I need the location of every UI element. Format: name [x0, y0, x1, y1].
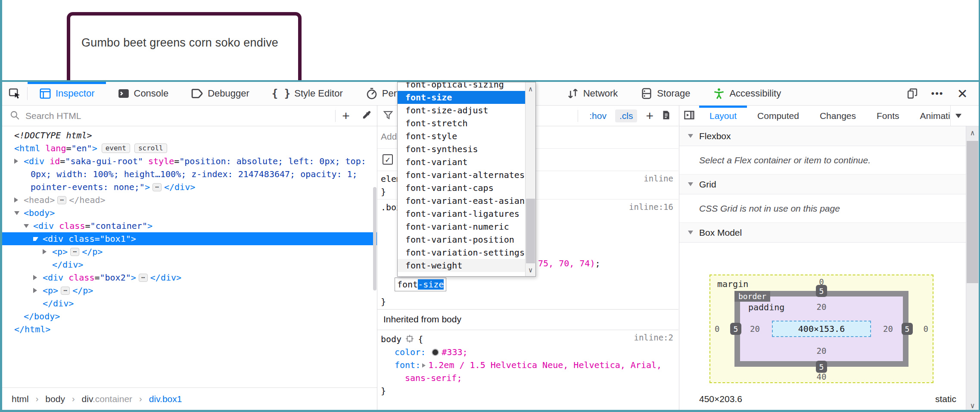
autocomplete-item[interactable]: font-variant-ligatures — [398, 207, 525, 220]
autocomplete-item[interactable]: font-style — [398, 130, 525, 143]
tab-console[interactable]: Console — [106, 82, 180, 105]
close-devtools-button[interactable]: ✕ — [953, 84, 972, 103]
tab-accessibility[interactable]: Accessibility — [701, 82, 792, 105]
rule-source-link[interactable]: inline — [644, 174, 673, 183]
pick-element-button[interactable] — [2, 82, 27, 105]
tab-storage[interactable]: Storage — [629, 82, 701, 105]
markup-row[interactable]: 0px; width: 100%; height…100%; z-index: … — [2, 168, 377, 181]
sidebar-tab-fonts[interactable]: Fonts — [866, 106, 910, 126]
twisty-collapsed-icon[interactable] — [14, 159, 18, 164]
autocomplete-item[interactable]: font-weight — [398, 259, 525, 272]
selector-highlighter-icon[interactable] — [405, 334, 414, 347]
markup-row[interactable]: </html> — [2, 323, 377, 336]
filter-funnel-icon[interactable] — [383, 109, 394, 122]
tab-debugger[interactable]: Debugger — [180, 82, 261, 105]
padding-top-value[interactable]: 20 — [817, 302, 827, 312]
markup-row[interactable]: <p>⋯</p> — [2, 284, 377, 297]
autocomplete-item[interactable]: font-optical-sizing — [398, 82, 525, 91]
expand-ellipsis-button[interactable]: ⋯ — [70, 248, 79, 256]
markup-scrollbar[interactable] — [373, 127, 377, 387]
margin-right-value[interactable]: 0 — [924, 324, 928, 334]
expand-ellipsis-button[interactable]: ⋯ — [152, 183, 162, 191]
breadcrumb-item[interactable]: div.container — [82, 394, 133, 404]
autocomplete-item[interactable]: font-size — [398, 91, 525, 104]
scrollbar-thumb[interactable] — [373, 187, 376, 290]
padding-left-value[interactable]: 20 — [750, 324, 760, 334]
markup-row[interactable]: </body> — [2, 310, 377, 323]
meatball-menu-button[interactable]: ••• — [928, 84, 947, 103]
twisty-collapsed-icon[interactable] — [33, 275, 37, 280]
section-header-box-model[interactable]: Box Model — [679, 223, 966, 243]
twisty-expanded-icon[interactable] — [14, 211, 19, 215]
autocomplete-item[interactable]: font-variant-east-asian — [398, 194, 525, 207]
markup-row[interactable]: <body> — [2, 206, 377, 219]
layout-scrollbar[interactable]: ∧ ∨ — [966, 126, 979, 412]
markup-row[interactable]: <!DOCTYPE html> — [2, 129, 377, 142]
autocomplete-item[interactable]: font-size-adjust — [398, 104, 525, 117]
sidebar-tab-computed[interactable]: Computed — [747, 106, 809, 126]
markup-row[interactable]: </div> — [2, 258, 377, 271]
tab-style-editor[interactable]: { }Style Editor — [261, 82, 354, 105]
autocomplete-item[interactable]: font-variant-alternates — [398, 169, 525, 181]
sidebar-toggle-button[interactable] — [679, 106, 699, 126]
expand-ellipsis-button[interactable]: ⋯ — [57, 196, 66, 204]
expand-ellipsis-button[interactable]: ⋯ — [139, 274, 148, 282]
autocomplete-item[interactable]: font-variant-numeric — [398, 220, 525, 233]
twisty-collapsed-icon[interactable] — [14, 197, 18, 203]
markup-row[interactable]: <html lang="en">eventscroll — [2, 142, 377, 155]
breadcrumb-item[interactable]: html — [12, 394, 29, 404]
scrollbar-thumb[interactable] — [526, 199, 535, 263]
autocomplete-item[interactable]: font-variant-caps — [398, 181, 525, 194]
selected-node-row[interactable]: <div class="box1"> — [2, 232, 377, 245]
markup-row[interactable]: <div class="box2">⋯</div> — [2, 271, 377, 284]
expand-shorthand-icon[interactable] — [422, 363, 426, 368]
scrollbar-thumb[interactable] — [967, 141, 978, 283]
scroll-down-arrow[interactable]: ∨ — [526, 264, 535, 275]
autocomplete-item[interactable]: font-synthesis — [398, 143, 525, 156]
border-top-value[interactable]: 5 — [816, 285, 827, 297]
twisty-collapsed-icon[interactable] — [43, 249, 47, 254]
class-checkbox[interactable]: ✓ — [383, 154, 393, 165]
sidebar-tab-layout[interactable]: Layout — [699, 106, 747, 126]
expand-ellipsis-button[interactable]: ⋯ — [61, 287, 70, 295]
class-panel-button[interactable]: .cls — [615, 109, 638, 122]
css-declaration[interactable]: color: #333; — [381, 346, 678, 359]
markup-row[interactable]: <p>⋯</p> — [2, 245, 377, 258]
twisty-expanded-icon[interactable] — [33, 237, 38, 241]
node-badge[interactable]: scroll — [134, 144, 167, 153]
breadcrumb-item[interactable]: div.box1 — [149, 394, 182, 404]
rule-source-link[interactable]: inline:16 — [629, 202, 673, 212]
sidebar-tab-changes[interactable]: Changes — [809, 106, 866, 126]
markup-row[interactable]: <head>⋯</head> — [2, 194, 377, 206]
border-left-value[interactable]: 5 — [730, 323, 741, 335]
markup-row[interactable]: pointer-events: none;">⋯</div> — [2, 181, 377, 194]
scroll-up-arrow[interactable]: ∧ — [526, 83, 535, 94]
breadcrumb-item[interactable]: body — [45, 394, 65, 404]
node-badge[interactable]: event — [102, 144, 130, 153]
markup-row[interactable]: <div class="container"> — [2, 219, 377, 232]
twisty-collapsed-icon[interactable] — [33, 288, 37, 293]
scroll-up-arrow[interactable]: ∧ — [966, 126, 979, 139]
print-simulation-icon[interactable] — [660, 109, 672, 122]
markup-row[interactable]: </div> — [2, 297, 377, 310]
box-model-content[interactable]: 400×153.6 — [772, 321, 871, 337]
tab-inspector[interactable]: Inspector — [28, 82, 106, 105]
body-rule[interactable]: body{ inline:2 color: #333; font:1.2em /… — [377, 330, 678, 412]
tab-network[interactable]: Network — [555, 82, 629, 105]
autocomplete-item[interactable]: font-variant-position — [398, 233, 525, 246]
padding-right-value[interactable]: 20 — [883, 324, 893, 334]
twisty-expanded-icon[interactable] — [24, 224, 29, 228]
css-declaration[interactable]: font:1.2em / 1.5 Helvetica Neue, Helveti… — [381, 359, 678, 371]
responsive-design-mode-button[interactable] — [903, 84, 922, 103]
pseudo-class-button[interactable]: :hov — [585, 109, 611, 122]
border-right-value[interactable]: 5 — [902, 323, 913, 335]
add-node-button[interactable]: + — [336, 106, 356, 126]
section-header-grid[interactable]: Grid — [679, 175, 966, 194]
color-swatch[interactable] — [432, 349, 439, 356]
new-property-input[interactable]: font-size — [395, 278, 446, 291]
section-header-flexbox[interactable]: Flexbox — [679, 126, 966, 146]
add-rule-button[interactable]: + — [646, 109, 653, 123]
autocomplete-item[interactable]: font-variant — [398, 156, 525, 169]
eyedropper-button[interactable] — [356, 106, 377, 126]
padding-bottom-value[interactable]: 20 — [817, 346, 827, 356]
